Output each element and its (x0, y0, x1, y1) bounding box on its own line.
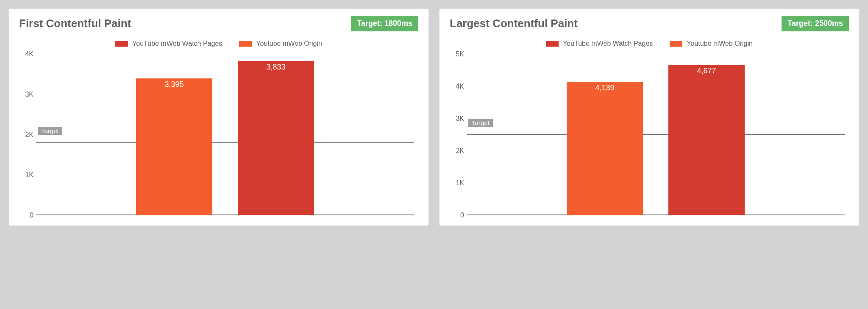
legend-swatch-icon (239, 41, 252, 47)
bar-value-label: 4,677 (668, 67, 745, 75)
bar-value-label: 3,395 (136, 80, 212, 89)
bar: 3,833 (238, 61, 314, 215)
y-tick-label: 0 (450, 212, 464, 219)
chart-title: First Contentful Paint (19, 17, 131, 30)
target-badge: Target: 1800ms (351, 16, 418, 31)
y-tick-label: 2K (19, 131, 33, 139)
chart-card-fcp: First Contentful Paint Target: 1800ms Yo… (8, 8, 429, 226)
chart-title: Largest Contentful Paint (450, 17, 578, 30)
bar-value-label: 3,833 (238, 63, 314, 72)
y-tick-label: 4K (450, 83, 464, 90)
y-tick-label: 2K (450, 147, 464, 155)
target-badge: Target: 2500ms (782, 16, 849, 31)
plot-area: 01K2K3K4K5KTarget4,1394,677 (467, 54, 845, 215)
bar: 4,677 (668, 65, 745, 215)
legend-label: YouTube mWeb Watch Pages (132, 40, 222, 47)
bars-container: 3,3953,833 (36, 54, 414, 215)
legend: YouTube mWeb Watch Pages Youtube mWeb Or… (450, 40, 849, 47)
legend-item: YouTube mWeb Watch Pages (546, 40, 653, 47)
legend-label: Youtube mWeb Origin (687, 40, 753, 47)
legend-label: Youtube mWeb Origin (256, 40, 322, 47)
legend-item: Youtube mWeb Origin (239, 40, 322, 47)
bar-value-label: 4,139 (567, 84, 643, 92)
legend-label: YouTube mWeb Watch Pages (563, 40, 653, 47)
bar: 3,395 (136, 78, 212, 215)
y-tick-label: 0 (19, 212, 33, 219)
plot-area: 01K2K3K4KTarget3,3953,833 (36, 54, 414, 215)
bars-container: 4,1394,677 (467, 54, 845, 215)
legend: YouTube mWeb Watch Pages Youtube mWeb Or… (19, 40, 418, 47)
y-tick-label: 1K (19, 171, 33, 179)
legend-item: Youtube mWeb Origin (670, 40, 753, 47)
y-tick-label: 3K (19, 91, 33, 98)
y-tick-label: 4K (19, 50, 33, 58)
legend-swatch-icon (115, 41, 128, 47)
legend-swatch-icon (670, 41, 682, 47)
card-header: First Contentful Paint Target: 1800ms (19, 16, 418, 31)
y-tick-label: 5K (450, 50, 464, 58)
legend-item: YouTube mWeb Watch Pages (115, 40, 222, 47)
chart-card-lcp: Largest Contentful Paint Target: 2500ms … (439, 8, 860, 226)
y-tick-label: 1K (450, 179, 464, 187)
card-header: Largest Contentful Paint Target: 2500ms (450, 16, 849, 31)
y-tick-label: 3K (450, 115, 464, 122)
legend-swatch-icon (546, 41, 559, 47)
bar: 4,139 (567, 82, 643, 215)
